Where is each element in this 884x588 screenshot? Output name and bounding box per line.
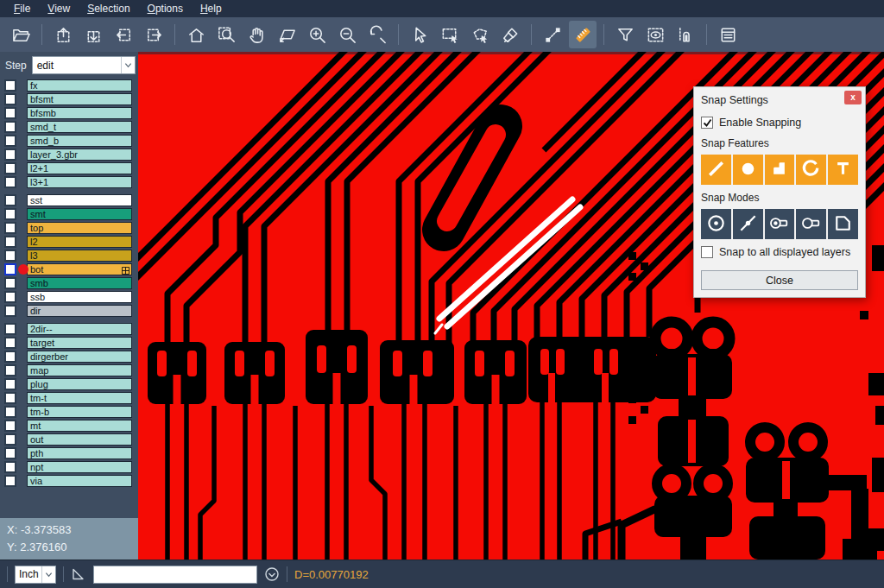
- zoom-window-button[interactable]: [212, 21, 240, 48]
- menu-view[interactable]: View: [39, 0, 79, 17]
- zoom-out-button[interactable]: [333, 21, 361, 48]
- layer-name[interactable]: 2dir--: [27, 323, 132, 335]
- layer-visibility-checkbox[interactable]: [4, 194, 16, 206]
- layer-name[interactable]: l2+1: [27, 162, 132, 174]
- layer-name[interactable]: smb: [27, 277, 132, 289]
- clean-brush-button[interactable]: [496, 21, 524, 48]
- layer-name[interactable]: tm-b: [27, 406, 132, 418]
- layer-name[interactable]: l3+1: [27, 176, 132, 188]
- layer-visibility-checkbox[interactable]: [4, 79, 16, 92]
- ruler-button[interactable]: [569, 21, 597, 48]
- shift-up-button[interactable]: [49, 21, 77, 48]
- layer-visibility-checkbox[interactable]: [4, 447, 16, 459]
- layer-visibility-checkbox[interactable]: [4, 337, 16, 349]
- layer-visibility-checkbox[interactable]: [4, 406, 16, 418]
- layer-name[interactable]: plug: [27, 378, 132, 390]
- snap-feature-surface-button[interactable]: [765, 155, 795, 185]
- snap-mode-pad-outline-button[interactable]: [796, 209, 826, 239]
- snap-magnet-button[interactable]: [672, 21, 699, 48]
- zoom-in-button[interactable]: [303, 21, 331, 48]
- layer-visibility-checkbox[interactable]: [4, 222, 16, 234]
- layer-visibility-checkbox[interactable]: [4, 236, 16, 248]
- zoom-previous-button[interactable]: [363, 21, 391, 48]
- layer-name[interactable]: smd_b: [27, 135, 132, 147]
- layer-name[interactable]: sst: [27, 194, 132, 206]
- layer-visibility-checkbox[interactable]: [4, 378, 16, 390]
- layer-name[interactable]: dirgerber: [27, 351, 132, 363]
- layer-visibility-checkbox[interactable]: [4, 263, 16, 275]
- layer-visibility-checkbox[interactable]: [4, 107, 16, 119]
- enable-snapping-checkbox[interactable]: [701, 117, 713, 129]
- layer-name[interactable]: l3: [27, 250, 132, 262]
- layer-visibility-checkbox[interactable]: [4, 291, 16, 303]
- measure-distance-button[interactable]: [539, 21, 566, 48]
- layer-visibility-checkbox[interactable]: [4, 250, 16, 262]
- angle-measure-icon[interactable]: [71, 566, 86, 582]
- layer-name[interactable]: smd_t: [27, 121, 132, 133]
- menu-options[interactable]: Options: [139, 0, 192, 17]
- apply-measure-icon[interactable]: [264, 566, 280, 582]
- layer-name[interactable]: ssb: [27, 291, 132, 303]
- snap-mode-center-button[interactable]: [701, 209, 731, 239]
- layer-name[interactable]: map: [27, 364, 132, 376]
- view-selection-button[interactable]: [641, 21, 669, 48]
- layer-name[interactable]: via: [27, 475, 132, 487]
- layer-visibility-checkbox[interactable]: [4, 305, 16, 317]
- zoom-home-button[interactable]: [182, 21, 210, 48]
- measure-input[interactable]: [93, 566, 257, 584]
- layer-visibility-checkbox[interactable]: [4, 149, 16, 161]
- pan-hand-button[interactable]: [243, 21, 270, 48]
- menu-selection[interactable]: Selection: [79, 0, 138, 17]
- layer-visibility-checkbox[interactable]: [4, 351, 16, 363]
- layer-visibility-checkbox[interactable]: [4, 93, 16, 105]
- layer-name[interactable]: out: [27, 433, 132, 446]
- layer-visibility-checkbox[interactable]: [4, 433, 16, 446]
- layer-name[interactable]: mt: [27, 420, 132, 432]
- layer-name[interactable]: fx: [27, 79, 132, 92]
- layer-visibility-checkbox[interactable]: [4, 475, 16, 487]
- layer-visibility-checkbox[interactable]: [4, 392, 16, 404]
- layer-visibility-checkbox[interactable]: [4, 208, 16, 220]
- select-polygon-button[interactable]: [466, 21, 494, 48]
- layer-name[interactable]: pth: [27, 447, 132, 459]
- shift-down-button[interactable]: [79, 21, 107, 48]
- layer-name[interactable]: dir: [27, 305, 132, 317]
- report-panel-button[interactable]: [714, 21, 742, 48]
- layer-name[interactable]: layer_3.gbr: [27, 149, 132, 161]
- step-select[interactable]: edit: [32, 56, 136, 74]
- snap-all-layers-checkbox[interactable]: [701, 246, 713, 258]
- menu-file[interactable]: File: [5, 0, 39, 17]
- snap-mode-pad-filled-button[interactable]: [765, 209, 795, 239]
- snap-feature-arc-button[interactable]: [796, 155, 826, 185]
- menu-help[interactable]: Help: [192, 0, 230, 17]
- layer-name[interactable]: smt: [27, 208, 132, 220]
- layer-visibility-checkbox[interactable]: [4, 162, 16, 174]
- snap-feature-text-button[interactable]: [828, 155, 858, 185]
- layer-name[interactable]: bot: [27, 263, 132, 275]
- close-icon[interactable]: x: [844, 91, 862, 104]
- layer-name[interactable]: tm-t: [27, 392, 132, 404]
- unit-select[interactable]: Inch: [15, 566, 56, 584]
- layer-name[interactable]: npt: [27, 461, 132, 473]
- snap-feature-line-button[interactable]: [701, 155, 731, 185]
- pcb-canvas[interactable]: Snap Settings x Enable Snapping Snap Fea…: [138, 52, 884, 560]
- layer-name[interactable]: target: [27, 337, 132, 349]
- layer-name[interactable]: l2: [27, 236, 132, 248]
- layer-visibility-checkbox[interactable]: [4, 420, 16, 432]
- layer-name[interactable]: top: [27, 222, 132, 234]
- snap-mode-contour-button[interactable]: [828, 209, 858, 239]
- shift-left-button[interactable]: [110, 21, 137, 48]
- snap-mode-midpoint-button[interactable]: [733, 209, 763, 239]
- layer-visibility-checkbox[interactable]: [4, 135, 16, 147]
- layer-name[interactable]: bfsmb: [27, 107, 132, 119]
- layer-visibility-checkbox[interactable]: [4, 176, 16, 188]
- select-pointer-button[interactable]: [406, 21, 433, 48]
- layer-visibility-checkbox[interactable]: [4, 277, 16, 289]
- select-rectangle-button[interactable]: [436, 21, 464, 48]
- snap-feature-circle-button[interactable]: [733, 155, 763, 185]
- layer-name[interactable]: bfsmt: [27, 93, 132, 105]
- filter-funnel-button[interactable]: [611, 21, 639, 48]
- layer-visibility-checkbox[interactable]: [4, 323, 16, 335]
- layer-visibility-checkbox[interactable]: [4, 121, 16, 133]
- shift-right-button[interactable]: [140, 21, 167, 48]
